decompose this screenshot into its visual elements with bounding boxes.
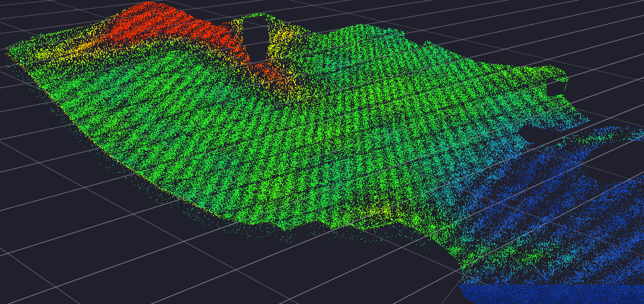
pointcloud-viewport[interactable] [0, 0, 644, 304]
viewer-window [0, 0, 644, 304]
